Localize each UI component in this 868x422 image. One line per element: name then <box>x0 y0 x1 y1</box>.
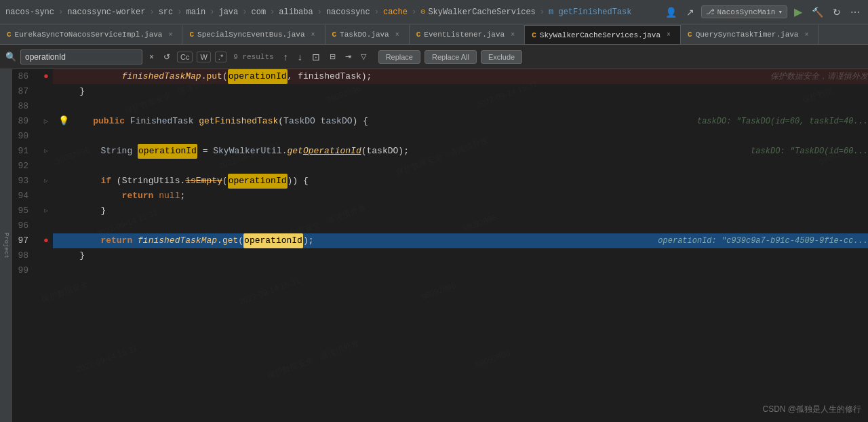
tab-close-specialsync[interactable]: × <box>309 30 318 39</box>
gutter-96 <box>39 218 53 233</box>
hint-bulb-89: 💡 <box>58 114 69 129</box>
gutter-94 <box>39 189 53 204</box>
line-num-96: 96 <box>18 218 34 233</box>
line-num-94: 94 <box>18 189 34 204</box>
expand-btn[interactable]: ⊡ <box>309 50 323 64</box>
prev-result-btn[interactable]: ↑ <box>281 50 291 64</box>
line-num-92: 92 <box>18 159 34 174</box>
breadcrumb-alibaba[interactable]: alibaba <box>279 7 313 17</box>
tab-querysynctask[interactable]: C QuerySyncTaskTimer.java × <box>681 25 818 44</box>
code-89-inline: taskDO: "TaskDO(id=60, taskId=40... <box>697 114 868 129</box>
tab-specialsync[interactable]: C SpecialSyncEventBus.java × <box>182 25 325 44</box>
code-86-right: 保护数据安全，请谨慎外发 <box>770 69 868 84</box>
tab-label-taskdo: TaskDO.java <box>340 31 389 39</box>
tab-eurekasync[interactable]: C EurekaSync​ToNacosServiceImpl.java × <box>0 25 182 44</box>
top-nav: nacos-sync › nacossync-worker › src › ma… <box>0 0 868 24</box>
editor-container: 保护数据安全，请谨慎外发 98092896 2022-09-14 15:31 保… <box>0 69 868 422</box>
code-line-98: } <box>53 248 868 263</box>
navigate-icon-btn[interactable]: ↗ <box>684 5 697 19</box>
breadcrumb-com[interactable]: com <box>251 7 266 17</box>
code-97-operationid: operationId <box>243 233 303 248</box>
search-bar: 🔍 × ↺ Cc W .* 9 results ↑ ↓ ⊡ ⊟ ⇥ ▽ Repl… <box>0 45 868 69</box>
code-86-put: put <box>206 69 222 84</box>
whole-word-btn[interactable]: W <box>197 52 210 62</box>
tab-label-querysynctask: QuerySyncTaskTimer.java <box>696 31 799 39</box>
tab-taskdo[interactable]: C TaskDO.java × <box>326 25 410 44</box>
csdn-credit: CSDN @孤独是人生的修行 <box>762 404 861 415</box>
line-num-93: 93 <box>18 174 34 189</box>
branch-name: NacosSyncMain <box>717 8 776 16</box>
tab-icon-eventlistener: C <box>416 31 421 39</box>
code-86-map: finishedTaskMap <box>122 69 201 84</box>
tab-eventlistener[interactable]: C EventListener.java × <box>410 25 525 44</box>
tab-close-eventlistener[interactable]: × <box>508 30 517 39</box>
branch-selector[interactable]: ⎇ NacosSyncMain ▾ <box>701 5 787 18</box>
code-line-88 <box>53 99 868 114</box>
tab-close-skywalker[interactable]: × <box>664 31 673 40</box>
code-area[interactable]: finishedTaskMap.put(operationId, finishe… <box>53 69 868 422</box>
breadcrumb-worker[interactable]: nacossync-worker <box>67 7 145 17</box>
gutter-90 <box>39 129 53 144</box>
code-line-87: } <box>53 84 868 99</box>
line-num-98: 98 <box>18 248 34 263</box>
filter-btn[interactable]: ▽ <box>358 51 369 62</box>
gutter-95: ▷ <box>39 204 53 218</box>
breadcrumb-cache[interactable]: cache <box>383 7 408 17</box>
line-num-90: 90 <box>18 129 34 144</box>
branch-icon: ⎇ <box>706 7 715 16</box>
tab-label-skywalker: SkyWalkerCacheServices.java <box>540 31 660 39</box>
gutter-86: ● <box>39 69 53 84</box>
person-icon-btn[interactable]: 👤 <box>663 5 679 19</box>
code-line-86: finishedTaskMap.put(operationId, finishe… <box>53 69 868 84</box>
tab-close-taskdo[interactable]: × <box>393 30 402 39</box>
code-97-inline: operationId: "c939c9a7-b91c-4509-9f1e-cc… <box>658 233 868 248</box>
indent-btn[interactable]: ⇥ <box>342 51 354 62</box>
breadcrumb-main[interactable]: main <box>186 7 205 17</box>
tab-icon-taskdo: C <box>332 31 337 39</box>
line-num-86: 86 <box>18 69 34 84</box>
search-icon: 🔍 <box>5 52 16 62</box>
code-91-operationid: operationId <box>138 144 197 159</box>
gutter-93: ▷ <box>39 174 53 189</box>
build-icon-btn[interactable]: 🔨 <box>809 5 826 19</box>
tab-skywalker[interactable]: C SkyWalkerCacheServices.java × <box>525 25 681 44</box>
replace-button[interactable]: Replace <box>378 50 420 64</box>
code-line-99 <box>53 263 868 278</box>
gutter-88 <box>39 99 53 114</box>
code-86-operationid: operationId <box>228 69 288 84</box>
breadcrumb-java[interactable]: java <box>218 7 238 17</box>
tab-icon-specialsync: C <box>189 31 194 39</box>
select-all-btn[interactable]: ⊟ <box>327 51 338 62</box>
code-86-indent <box>58 69 122 84</box>
line-num-91: 91 <box>18 144 34 159</box>
tab-close-querysynctask[interactable]: × <box>802 30 811 39</box>
breadcrumb-class[interactable]: ⊙ <box>420 7 425 17</box>
code-93-operationid: operationId <box>228 174 288 189</box>
code-line-93: if (StringUtils.isEmpty(operationId)) { <box>53 174 868 189</box>
more-icon-btn[interactable]: ⋯ <box>848 5 863 19</box>
regex-btn[interactable]: .* <box>215 52 226 62</box>
gutter-area: ● ▷ ▷ ▷ ▷ ● <box>39 69 53 422</box>
clear-search-btn[interactable]: × <box>146 51 157 63</box>
replace-all-button[interactable]: Replace All <box>425 50 477 64</box>
exclude-button[interactable]: Exclude <box>481 50 522 64</box>
update-icon-btn[interactable]: ↻ <box>830 5 844 19</box>
breadcrumb-nacos-sync[interactable]: nacos-sync <box>5 7 54 17</box>
tab-close-eurekasync[interactable]: × <box>165 30 175 39</box>
tab-icon-skywalker: C <box>532 31 536 39</box>
breadcrumb-method[interactable]: m getFinishedTask <box>549 7 631 17</box>
next-result-btn[interactable]: ↓ <box>295 50 305 64</box>
gutter-99 <box>39 263 53 278</box>
undo-search-btn[interactable]: ↺ <box>161 51 173 63</box>
run-button[interactable]: ▶ <box>791 4 805 20</box>
search-input[interactable] <box>20 50 142 64</box>
breadcrumb-skywalker[interactable]: SkyWalkerCacheServices <box>428 7 535 17</box>
case-sensitive-btn[interactable]: Cc <box>177 52 193 62</box>
code-line-94: return null; <box>53 189 868 204</box>
code-line-96 <box>53 218 868 233</box>
line-num-97: 97 <box>18 233 34 248</box>
breadcrumb-nacossync[interactable]: nacossync <box>326 7 370 17</box>
breadcrumb-src[interactable]: src <box>159 7 174 17</box>
gutter-92 <box>39 159 53 174</box>
tab-label-eurekasync: EurekaSync​ToNacosServiceImpl.java <box>15 31 163 39</box>
